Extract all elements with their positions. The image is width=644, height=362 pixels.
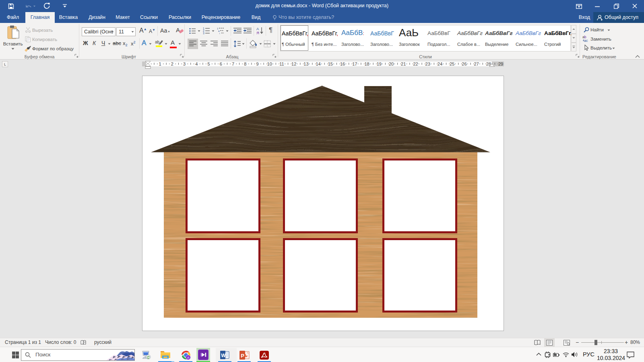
svg-text:4: 4: [195, 62, 198, 66]
svg-text:5: 5: [207, 62, 210, 66]
svg-text:26: 26: [462, 62, 466, 66]
svg-text:л: л: [187, 356, 189, 360]
svg-text:10: 10: [267, 62, 272, 66]
svg-text:ac: ac: [584, 39, 588, 42]
svg-text:29: 29: [498, 62, 503, 66]
svg-text:12: 12: [291, 62, 296, 66]
svg-text:W: W: [221, 353, 226, 358]
svg-text:27: 27: [474, 62, 479, 66]
svg-text:24: 24: [438, 62, 442, 66]
svg-text:1: 1: [159, 62, 161, 66]
svg-text:13: 13: [303, 62, 308, 66]
svg-text:3: 3: [183, 62, 186, 66]
svg-text:20: 20: [389, 62, 394, 66]
svg-text:14: 14: [316, 62, 320, 66]
svg-text:ab: ab: [155, 40, 160, 44]
svg-text:17: 17: [352, 62, 357, 66]
svg-text:25: 25: [450, 62, 454, 66]
svg-text:18: 18: [364, 62, 369, 66]
svg-text:9: 9: [256, 62, 258, 66]
svg-text:16: 16: [340, 62, 345, 66]
svg-text:i: i: [219, 32, 220, 35]
svg-text:А: А: [176, 27, 180, 33]
svg-text:Я: Я: [256, 31, 259, 35]
svg-text:19: 19: [377, 62, 382, 66]
svg-text:15: 15: [328, 62, 333, 66]
svg-text:11: 11: [279, 62, 284, 66]
svg-text:2: 2: [171, 62, 173, 66]
svg-text:3: 3: [203, 32, 204, 34]
svg-text:P: P: [241, 353, 244, 359]
svg-text:6: 6: [220, 62, 222, 66]
svg-text:22: 22: [413, 62, 418, 66]
svg-text:8: 8: [244, 62, 246, 66]
svg-text:21: 21: [401, 62, 406, 66]
svg-text:7: 7: [232, 62, 234, 66]
svg-text:23: 23: [425, 62, 430, 66]
